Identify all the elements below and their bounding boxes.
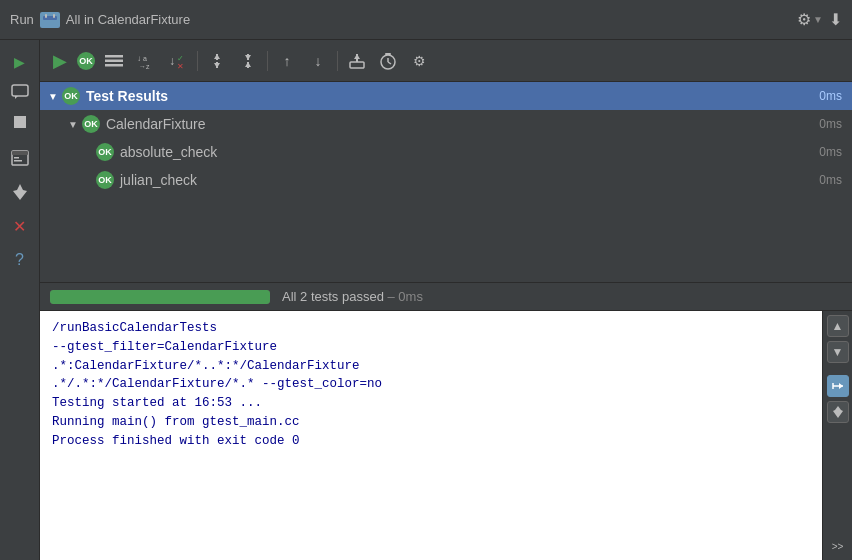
scroll-up-button[interactable]: ↑ — [273, 47, 301, 75]
svg-rect-12 — [105, 59, 123, 62]
content-area: ▶ OK ↓ a →z ↓ ✓ ✕ — [40, 40, 852, 560]
console-area: /runBasicCalendarTests --gtest_filter=Ca… — [40, 311, 852, 560]
svg-rect-3 — [53, 14, 55, 18]
help-sidebar-btn[interactable]: ? — [6, 246, 34, 274]
title-actions: ⚙ ▼ ⬇ — [797, 10, 842, 29]
svg-rect-28 — [350, 62, 364, 68]
progress-summary: All 2 tests passed — [282, 289, 384, 304]
julian-check-row[interactable]: OK julian_check 0ms — [40, 166, 852, 194]
console-line-5: Testing started at 16:53 ... — [52, 394, 810, 413]
absolute-check-label: absolute_check — [120, 144, 819, 160]
svg-rect-11 — [105, 55, 123, 58]
svg-rect-10 — [14, 160, 22, 162]
svg-marker-30 — [354, 54, 360, 59]
svg-text:↓: ↓ — [169, 54, 175, 68]
svg-marker-21 — [214, 54, 220, 59]
progress-duration: 0ms — [398, 289, 423, 304]
pin-sidebar-btn[interactable] — [6, 178, 34, 206]
sort-az-button[interactable]: ↓ a →z — [133, 47, 161, 75]
svg-marker-36 — [839, 383, 843, 389]
ok-badge-fixture: OK — [82, 115, 100, 133]
progress-bar-fill — [50, 290, 270, 304]
svg-text:a: a — [143, 55, 147, 62]
console-line-2: --gtest_filter=CalendarFixture — [52, 338, 810, 357]
terminal-sidebar-btn[interactable] — [6, 144, 34, 172]
svg-line-33 — [388, 62, 391, 64]
expand-triangle: ▼ — [48, 91, 58, 102]
svg-marker-27 — [245, 62, 251, 67]
progress-area: All 2 tests passed – 0ms — [40, 282, 852, 311]
svg-text:✕: ✕ — [177, 62, 184, 71]
absolute-check-duration: 0ms — [819, 145, 846, 159]
ok-badge: OK — [77, 52, 95, 70]
console-line-3: .*:CalendarFixture/*..*:*/CalendarFixtur… — [52, 357, 810, 376]
console-line-4: .*/.*:*/CalendarFixture/*.* --gtest_colo… — [52, 375, 810, 394]
pin-right-btn[interactable] — [827, 401, 849, 423]
console-output[interactable]: /runBasicCalendarTests --gtest_filter=Ca… — [40, 311, 822, 560]
collapse-all-button[interactable] — [203, 47, 231, 75]
close-sidebar-btn[interactable]: ✕ — [6, 212, 34, 240]
julian-check-duration: 0ms — [819, 173, 846, 187]
results-panel: ▼ OK Test Results 0ms ▼ OK CalendarFixtu… — [40, 82, 852, 560]
svg-rect-9 — [14, 157, 19, 159]
progress-separator: – — [388, 289, 399, 304]
lines-button[interactable] — [98, 47, 130, 75]
ok-badge-results: OK — [62, 87, 80, 105]
test-results-label: Test Results — [86, 88, 819, 104]
comment-sidebar-btn[interactable] — [6, 78, 34, 106]
test-results-duration: 0ms — [819, 89, 846, 103]
svg-rect-13 — [105, 64, 123, 67]
calendar-icon — [40, 12, 60, 28]
scroll-down-button[interactable]: ↓ — [304, 47, 332, 75]
run-settings-button[interactable]: ⚙ — [405, 47, 433, 75]
tree-view: ▼ OK Test Results 0ms ▼ OK CalendarFixtu… — [40, 82, 852, 282]
separator-1 — [197, 51, 198, 71]
toolbar: ▶ OK ↓ a →z ↓ ✓ ✕ — [40, 40, 852, 82]
scroll-down-btn[interactable]: ▼ — [827, 341, 849, 363]
console-line-7: Process finished with exit code 0 — [52, 432, 810, 451]
calendar-fixture-label: CalendarFixture — [106, 116, 819, 132]
svg-rect-6 — [14, 116, 26, 128]
window-title: All in CalendarFixture — [66, 12, 190, 27]
right-panel: ▲ ▼ — [822, 311, 852, 560]
timer-button[interactable] — [374, 47, 402, 75]
download-btn[interactable]: ⬇ — [829, 10, 842, 29]
left-sidebar: ▶ ✕ ? — [0, 40, 40, 560]
expand-all-button[interactable] — [234, 47, 262, 75]
title-bar: Run All in CalendarFixture ⚙ ▼ ⬇ — [0, 0, 852, 40]
progress-bar-container — [50, 290, 270, 304]
separator-2 — [267, 51, 268, 71]
svg-rect-34 — [385, 53, 391, 55]
calendar-fixture-duration: 0ms — [819, 117, 846, 131]
main-container: ▶ ✕ ? — [0, 40, 852, 560]
expand-right-btn[interactable] — [827, 375, 849, 397]
test-results-row[interactable]: ▼ OK Test Results 0ms — [40, 82, 852, 110]
svg-text:→z: →z — [139, 63, 150, 70]
scroll-up-btn[interactable]: ▲ — [827, 315, 849, 337]
calendar-fixture-row[interactable]: ▼ OK CalendarFixture 0ms — [40, 110, 852, 138]
console-line-1: /runBasicCalendarTests — [52, 319, 810, 338]
more-btn[interactable]: >> — [828, 537, 848, 556]
check-filter-button[interactable]: ↓ ✓ ✕ — [164, 47, 192, 75]
settings-menu-btn[interactable]: ⚙ ▼ — [797, 10, 823, 29]
ok-badge-julian: OK — [96, 171, 114, 189]
svg-rect-4 — [12, 85, 28, 96]
svg-text:↓: ↓ — [137, 54, 141, 63]
console-line-6: Running main() from gtest_main.cc — [52, 413, 810, 432]
ok-badge-absolute: OK — [96, 143, 114, 161]
expand-triangle-fixture: ▼ — [68, 119, 78, 130]
julian-check-label: julian_check — [120, 172, 819, 188]
svg-rect-2 — [45, 14, 47, 18]
svg-marker-25 — [245, 55, 251, 60]
play-button[interactable]: ▶ — [46, 47, 74, 75]
run-label: Run — [10, 12, 34, 27]
progress-text: All 2 tests passed – 0ms — [282, 289, 423, 304]
export-button[interactable] — [343, 47, 371, 75]
svg-marker-5 — [15, 96, 18, 99]
run-sidebar-btn[interactable]: ▶ — [6, 48, 34, 76]
svg-rect-8 — [12, 151, 28, 155]
separator-3 — [337, 51, 338, 71]
svg-marker-23 — [214, 63, 220, 68]
absolute-check-row[interactable]: OK absolute_check 0ms — [40, 138, 852, 166]
stop-sidebar-btn[interactable] — [6, 108, 34, 136]
